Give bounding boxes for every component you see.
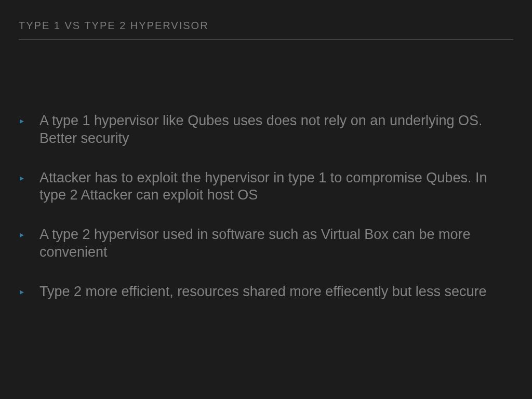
- slide: TYPE 1 VS TYPE 2 HYPERVISOR ▸ A type 1 h…: [0, 0, 532, 399]
- bullet-text: Type 2 more efficient, resources shared …: [39, 283, 486, 301]
- triangle-bullet-icon: ▸: [19, 226, 39, 244]
- triangle-bullet-icon: ▸: [19, 283, 39, 301]
- bullet-text: A type 1 hypervisor like Qubes uses does…: [39, 112, 513, 148]
- title-area: TYPE 1 VS TYPE 2 HYPERVISOR: [19, 20, 513, 39]
- bullet-text: A type 2 hypervisor used in software suc…: [39, 226, 513, 261]
- bullet-item: ▸ A type 2 hypervisor used in software s…: [19, 226, 513, 261]
- bullet-text: Attacker has to exploit the hypervisor i…: [39, 169, 513, 205]
- triangle-bullet-icon: ▸: [19, 169, 39, 187]
- bullet-item: ▸ A type 1 hypervisor like Qubes uses do…: [19, 112, 513, 148]
- slide-body: ▸ A type 1 hypervisor like Qubes uses do…: [19, 112, 513, 301]
- triangle-bullet-icon: ▸: [19, 112, 39, 130]
- slide-title: TYPE 1 VS TYPE 2 HYPERVISOR: [19, 20, 513, 32]
- bullet-item: ▸ Type 2 more efficient, resources share…: [19, 283, 513, 301]
- bullet-item: ▸ Attacker has to exploit the hypervisor…: [19, 169, 513, 205]
